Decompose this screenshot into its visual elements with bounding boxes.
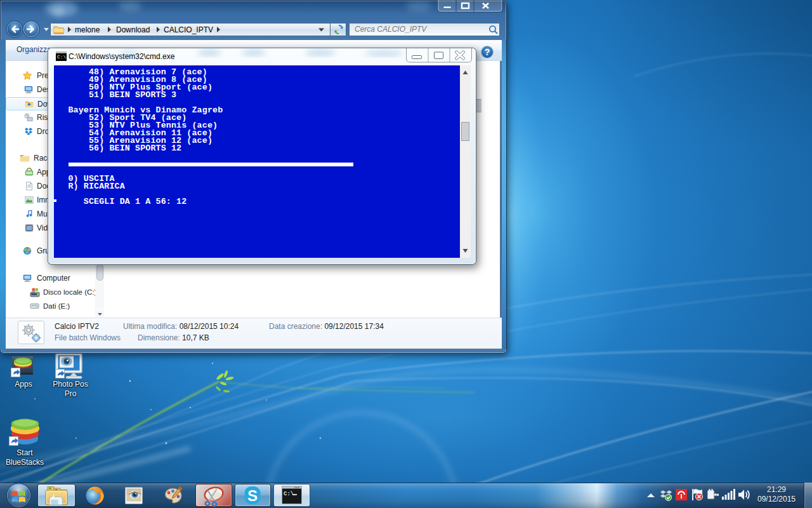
svg-text:S: S — [247, 487, 258, 504]
svg-text:C:\: C:\ — [57, 54, 67, 60]
svg-text:?: ? — [485, 47, 490, 57]
